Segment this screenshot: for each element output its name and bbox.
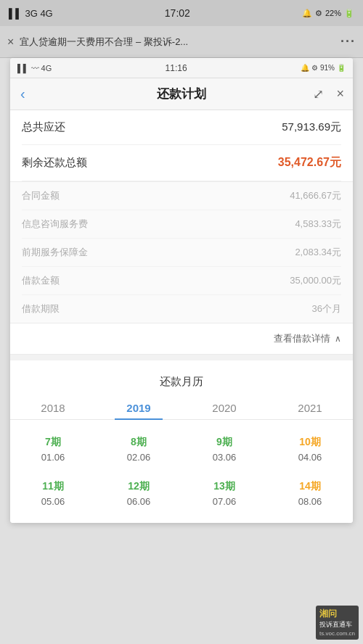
remaining-row: 剩余还款总额 35,472.67元 xyxy=(22,145,341,181)
detail-value: 35,000.00元 xyxy=(290,274,341,287)
watermark-tag: 投诉直通车 xyxy=(319,620,355,629)
payment-cell[interactable]: 14期08.06 xyxy=(267,471,353,516)
detail-row: 信息咨询服务费4,583.33元 xyxy=(22,210,341,239)
remaining-value: 35,472.67元 xyxy=(278,155,341,170)
period-label: 13期 xyxy=(213,480,235,493)
period-date: 08.06 xyxy=(298,496,322,507)
payment-cell[interactable]: 13期07.06 xyxy=(182,471,267,516)
outer-status-left: ▌▌ 3G 4G xyxy=(9,8,53,19)
inner-battery-label: 91% xyxy=(320,64,335,72)
inner-alarm-icon: 🔔 xyxy=(301,64,309,72)
inner-status-time: 11:16 xyxy=(166,63,187,73)
payment-cell[interactable]: 12期06.06 xyxy=(96,471,182,516)
outer-status-right: 🔔 ⚙ 22% 🔋 xyxy=(302,9,354,18)
detail-row: 合同金额41,666.67元 xyxy=(22,182,341,210)
year-tab-2020[interactable]: 2020 xyxy=(200,397,248,420)
inner-status-right: 🔔 ⚙ 91% 🔋 xyxy=(301,64,346,72)
period-label: 9期 xyxy=(216,436,232,449)
view-more-arrow: ∧ xyxy=(335,334,341,344)
view-more-label: 查看借款详情 xyxy=(274,332,330,345)
detail-label: 信息咨询服务费 xyxy=(22,218,88,231)
view-more-row[interactable]: 查看借款详情 ∧ xyxy=(10,323,353,355)
battery-icon: 🔋 xyxy=(344,9,354,18)
detail-value: 41,666.67元 xyxy=(290,189,341,202)
calendar-section: 还款月历 2018201920202021 7期01.068期02.069期03… xyxy=(10,360,353,523)
period-label: 10期 xyxy=(299,436,321,449)
detail-value: 2,083.34元 xyxy=(295,246,341,259)
year-tabs: 2018201920202021 xyxy=(10,393,353,420)
detail-label: 前期服务保障金 xyxy=(22,246,88,259)
watermark-box: 湘问 投诉直通车 ts.voc.com.cn xyxy=(316,606,359,640)
total-label: 总共应还 xyxy=(22,120,65,134)
details-section: 合同金额41,666.67元信息咨询服务费4,583.33元前期服务保障金2,0… xyxy=(10,181,353,323)
battery-label: 22% xyxy=(325,9,341,17)
period-label: 14期 xyxy=(299,480,321,493)
period-date: 04.06 xyxy=(298,452,322,463)
inner-signal-icon: ▌▌ xyxy=(17,64,29,73)
browser-close-button[interactable]: × xyxy=(7,36,14,49)
period-label: 7期 xyxy=(45,436,61,449)
watermark-sub: ts.voc.com.cn xyxy=(319,629,355,637)
payment-cell[interactable]: 11期05.06 xyxy=(10,471,96,516)
payment-grid: 7期01.068期02.069期03.0610期04.0611期05.0612期… xyxy=(10,420,353,523)
detail-row: 前期服务保障金2,083.34元 xyxy=(22,239,341,267)
inner-status-left: ▌▌ 〰 4G xyxy=(17,64,52,73)
inner-status-bar: ▌▌ 〰 4G 11:16 🔔 ⚙ 91% 🔋 xyxy=(10,58,353,78)
browser-title: 宜人贷逾期一天费用不合理 – 聚投诉-2... xyxy=(20,36,335,49)
browser-more-button[interactable]: ··· xyxy=(340,34,356,49)
period-date: 03.06 xyxy=(213,452,237,463)
detail-row: 借款期限36个月 xyxy=(22,295,341,323)
inner-network-label: 4G xyxy=(41,64,52,73)
total-value: 57,913.69元 xyxy=(282,120,341,134)
detail-row: 借款金额35,000.00元 xyxy=(22,267,341,295)
period-label: 8期 xyxy=(131,436,147,449)
detail-value: 36个月 xyxy=(312,302,341,315)
close-button[interactable]: × xyxy=(336,86,344,102)
settings-icon: ⚙ xyxy=(315,9,322,18)
payment-cell[interactable]: 9期03.06 xyxy=(182,427,267,471)
year-tab-2019[interactable]: 2019 xyxy=(115,397,162,420)
year-tab-2021[interactable]: 2021 xyxy=(286,397,333,420)
period-date: 05.06 xyxy=(41,496,65,507)
period-date: 06.06 xyxy=(127,496,151,507)
period-date: 07.06 xyxy=(213,496,237,507)
page-header: ‹ 还款计划 ⤢ × xyxy=(10,78,353,110)
inner-battery-icon: 🔋 xyxy=(337,64,346,72)
year-tab-2018[interactable]: 2018 xyxy=(29,397,76,420)
total-row: 总共应还 57,913.69元 xyxy=(22,110,341,145)
watermark-brand: 湘问 xyxy=(319,608,355,620)
payment-cell[interactable]: 7期01.06 xyxy=(10,427,96,471)
detail-label: 借款期限 xyxy=(22,302,60,315)
inner-wifi-icon: 〰 xyxy=(31,64,39,73)
outer-status-time: 17:02 xyxy=(165,7,190,19)
detail-label: 合同金额 xyxy=(22,189,60,202)
payment-cell[interactable]: 8期02.06 xyxy=(96,427,182,471)
section-divider xyxy=(10,355,353,360)
network-label: 3G 4G xyxy=(25,8,52,19)
period-label: 12期 xyxy=(128,480,150,493)
signal-icon: ▌▌ xyxy=(9,8,22,19)
watermark: 湘问 投诉直通车 ts.voc.com.cn xyxy=(316,606,359,640)
remaining-label: 剩余还款总额 xyxy=(22,156,87,170)
outer-status-bar: ▌▌ 3G 4G 17:02 🔔 ⚙ 22% 🔋 xyxy=(0,0,363,26)
detail-value: 4,583.33元 xyxy=(295,218,341,231)
period-date: 01.06 xyxy=(41,452,65,463)
browser-bar: × 宜人贷逾期一天费用不合理 – 聚投诉-2... ··· xyxy=(0,26,363,58)
detail-label: 借款金额 xyxy=(22,274,60,287)
period-label: 11期 xyxy=(42,480,64,493)
alarm-icon: 🔔 xyxy=(302,9,312,18)
page-title: 还款计划 xyxy=(157,86,206,102)
inner-settings-icon: ⚙ xyxy=(311,64,318,72)
expand-button[interactable]: ⤢ xyxy=(313,86,324,102)
inner-frame: ▌▌ 〰 4G 11:16 🔔 ⚙ 91% 🔋 ‹ 还款计划 ⤢ × 总共应还 … xyxy=(10,58,353,523)
summary-section: 总共应还 57,913.69元 剩余还款总额 35,472.67元 xyxy=(10,110,353,181)
payment-cell[interactable]: 10期04.06 xyxy=(267,427,353,471)
calendar-title: 还款月历 xyxy=(10,368,353,393)
back-button[interactable]: ‹ xyxy=(20,86,25,102)
period-date: 02.06 xyxy=(127,452,151,463)
